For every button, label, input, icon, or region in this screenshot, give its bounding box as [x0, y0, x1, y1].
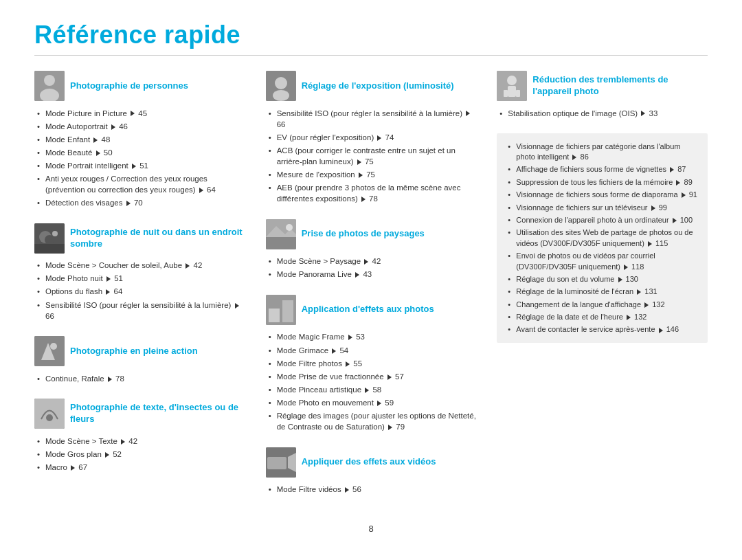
section-nuit-title: Photographie de nuit ou dans un endroit … [70, 227, 245, 250]
list-item: Mode Prise de vue fractionnée 57 [269, 370, 477, 383]
section-texte: Photographie de texte, d'insectes ou de … [34, 399, 245, 473]
list-item: Mode Gros plan 52 [37, 447, 245, 460]
list-item: Mode Magic Frame 53 [269, 331, 477, 344]
list-item: Mode Autoportrait 46 [37, 120, 245, 133]
list-item: Envoi de photos ou de vidéos par courrie… [508, 250, 699, 273]
list-item: Sensibilité ISO (pour régler la sensibil… [37, 298, 245, 322]
section-exposition-items: Sensibilité ISO (pour régler la sensibil… [266, 107, 477, 205]
list-item: Continue, Rafale 78 [37, 372, 245, 385]
page-title: Référence rapide [34, 21, 708, 49]
svg-rect-24 [267, 457, 286, 469]
list-item: Mode Enfant 48 [37, 133, 245, 146]
section-videos-header: Appliquer des effets aux vidéos [266, 447, 477, 478]
list-item: Avant de contacter le service après-vent… [508, 324, 699, 336]
section-reduction-items: Stabilisation optique de l'image (OIS) 3… [497, 107, 708, 120]
list-item: Mesure de l'exposition 75 [269, 168, 477, 181]
svg-rect-22 [282, 300, 293, 322]
list-item: EV (pour régler l'exposition) 74 [269, 131, 477, 144]
list-item: Visionnage de fichiers par catégorie dan… [508, 140, 699, 164]
svg-point-1 [44, 75, 55, 86]
texte-icon [34, 399, 65, 429]
section-action-items: Continue, Rafale 78 [34, 372, 245, 385]
main-content: Photographie de personnes Mode Picture i… [34, 71, 708, 510]
list-item: Mode Scène > Coucher de soleil, Aube 42 [37, 259, 245, 272]
section-action-header: Photographie en pleine action [34, 336, 245, 366]
section-highlight: Visionnage de fichiers par catégorie dan… [497, 133, 708, 343]
section-paysages: Prise de photos de paysages Mode Scène >… [266, 219, 477, 281]
list-item: Stabilisation optique de l'image (OIS) 3… [499, 107, 708, 120]
night-icon [34, 223, 65, 254]
list-item: Mode Photo en mouvement 59 [269, 396, 477, 409]
svg-rect-29 [504, 90, 508, 97]
section-texte-header: Photographie de texte, d'insectes ou de … [34, 399, 245, 429]
list-item: Mode Portrait intelligent 51 [37, 159, 245, 172]
list-item: Mode Filtre vidéos 56 [269, 483, 477, 496]
section-reduction-title: Réduction des tremblements de l'appareil… [532, 74, 708, 98]
section-paysages-title: Prise de photos de paysages [302, 228, 425, 240]
svg-rect-30 [516, 90, 520, 97]
list-item: AEB (pour prendre 3 photos de la même sc… [269, 181, 477, 205]
svg-rect-17 [266, 237, 296, 249]
svg-rect-11 [34, 399, 65, 429]
section-exposition-title: Réglage de l'exposition (luminosité) [302, 80, 454, 92]
section-paysages-items: Mode Scène > Paysage 42 Mode Panorama Li… [266, 255, 477, 281]
list-item: Affichage de fichiers sous forme de vign… [508, 164, 699, 176]
svg-point-7 [52, 231, 58, 236]
reduction-icon [497, 71, 527, 101]
list-item: Options du flash 64 [37, 285, 245, 298]
effets-icon [266, 295, 296, 325]
svg-rect-28 [508, 86, 516, 97]
section-effets-header: Application d'effets aux photos [266, 295, 477, 325]
svg-point-15 [273, 90, 289, 101]
list-item: Réglage du son et du volume 130 [508, 273, 699, 285]
page-number: 8 [34, 524, 708, 534]
section-personnes-items: Mode Picture in Picture 45 Mode Autoport… [34, 107, 245, 210]
section-personnes: Photographie de personnes Mode Picture i… [34, 71, 245, 210]
list-item: Visionnage de fichiers sous forme de dia… [508, 189, 699, 201]
section-personnes-title: Photographie de personnes [70, 80, 188, 92]
column-1: Photographie de personnes Mode Picture i… [34, 71, 245, 510]
list-item: Macro 67 [37, 461, 245, 474]
svg-point-10 [50, 343, 57, 350]
section-videos-title: Appliquer des effets aux vidéos [302, 456, 436, 468]
exposition-icon [266, 71, 296, 101]
svg-point-14 [275, 77, 287, 89]
section-action-title: Photographie en pleine action [70, 346, 198, 357]
section-personnes-header: Photographie de personnes [34, 71, 245, 101]
list-item: Connexion de l'appareil photo à un ordin… [508, 214, 699, 226]
list-item: Réglage de la luminosité de l'écran 131 [508, 286, 699, 298]
list-item: Réglage de la date et de l'heure 132 [508, 311, 699, 324]
list-item: Mode Scène > Texte 42 [37, 434, 245, 447]
section-texte-items: Mode Scène > Texte 42 Mode Gros plan 52 … [34, 434, 245, 473]
section-nuit-header: Photographie de nuit ou dans un endroit … [34, 223, 245, 254]
title-divider [34, 55, 708, 56]
list-item: Utilisation des sites Web de partage de … [508, 227, 699, 250]
section-action: Photographie en pleine action Continue, … [34, 336, 245, 385]
svg-point-5 [45, 235, 54, 245]
section-reduction-header: Réduction des tremblements de l'appareil… [497, 71, 708, 101]
svg-point-27 [507, 76, 517, 85]
section-nuit: Photographie de nuit ou dans un endroit … [34, 223, 245, 322]
section-highlight-items: Visionnage de fichiers par catégorie dan… [505, 140, 699, 336]
list-item: Changement de la langue d'affichage 132 [508, 298, 699, 311]
list-item: ACB (pour corriger le contraste entre un… [269, 144, 477, 168]
section-exposition-header: Réglage de l'exposition (luminosité) [266, 71, 477, 101]
svg-rect-21 [269, 309, 280, 322]
list-item: Visionnage de fichiers sur un téléviseur… [508, 201, 699, 214]
list-item: Mode Picture in Picture 45 [37, 107, 245, 120]
section-exposition: Réglage de l'exposition (luminosité) Sen… [266, 71, 477, 205]
section-reduction: Réduction des tremblements de l'appareil… [497, 71, 708, 120]
person-icon [34, 71, 65, 101]
action-icon [34, 336, 65, 366]
section-effets-items: Mode Magic Frame 53 Mode Grimace 54 Mode… [266, 331, 477, 434]
list-item: Réglage des images (pour ajuster les opt… [269, 410, 477, 434]
list-item: Mode Panorama Live 43 [269, 268, 477, 281]
section-videos-items: Mode Filtre vidéos 56 [266, 483, 477, 496]
list-item: Mode Scène > Paysage 42 [269, 255, 477, 268]
list-item: Suppression de tous les fichiers de la m… [508, 176, 699, 188]
list-item: Mode Filtre photos 55 [269, 357, 477, 370]
list-item: Anti yeux rouges / Correction des yeux r… [37, 172, 245, 196]
section-effets: Application d'effets aux photos Mode Mag… [266, 295, 477, 434]
list-item: Détection des visages 70 [37, 197, 245, 210]
column-3: Réduction des tremblements de l'appareil… [497, 71, 708, 510]
